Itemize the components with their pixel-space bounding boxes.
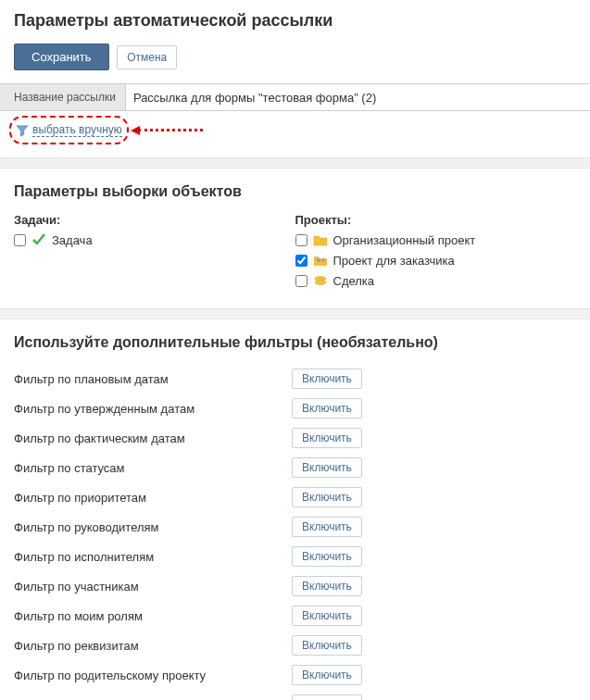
cancel-button[interactable]: Отмена (117, 45, 177, 69)
tasks-column: Задачи: Задача (14, 213, 295, 294)
save-button[interactable]: Сохранить (14, 44, 109, 70)
filter-row: Фильтр по приоритетамВключить (14, 482, 576, 512)
project-checkbox-deal[interactable] (295, 275, 308, 287)
filter-row: Фильтр по руководителямВключить (14, 512, 576, 542)
filters-title: Используйте дополнительные фильтры (необ… (14, 334, 576, 351)
enable-filter-button[interactable]: Включить (292, 369, 362, 389)
filter-row: Фильтр по плановым датамВключить (14, 364, 576, 394)
enable-filter-button[interactable]: Включить (292, 546, 362, 567)
filter-row: Фильтр по моим ролямВключить (14, 601, 576, 631)
project-type-label: Проект для заказчика (333, 254, 455, 268)
svg-point-3 (315, 281, 326, 285)
highlight-arrow (131, 126, 203, 135)
section-divider (0, 308, 590, 319)
filter-row: Фильтр по реквизитамВключить (14, 631, 576, 660)
manual-select-highlight: выбрать вручную (9, 116, 129, 144)
filters-list: Фильтр по плановым датамВключитьФильтр п… (0, 364, 590, 700)
filter-label: Фильтр по руководителям (14, 520, 292, 534)
filter-label: Фильтр по участникам (14, 580, 292, 594)
filter-row: Фильтр по исполнителямВключить (14, 542, 576, 571)
folder-people-icon (313, 253, 328, 268)
coins-icon (313, 273, 328, 288)
enable-filter-button[interactable]: Включить (292, 606, 362, 626)
svg-point-0 (317, 258, 320, 262)
project-checkbox-org[interactable] (295, 234, 308, 246)
funnel-icon (16, 124, 29, 137)
filter-row: Фильтр по фактическим датамВключить (14, 423, 576, 453)
project-type-label: Сделка (333, 274, 375, 288)
action-bar: Сохранить Отмена (14, 44, 576, 70)
filter-label: Фильтр по исполнителям (14, 550, 292, 564)
projects-column-title: Проекты: (295, 213, 577, 227)
enable-filter-button[interactable]: Включить (292, 398, 362, 419)
manual-select-link[interactable]: выбрать вручную (32, 123, 122, 137)
enable-filter-button[interactable]: Включить (292, 694, 362, 700)
project-type-item: Организационный проект (295, 232, 577, 247)
filter-row: Исключить проекты, законченные ранее чем… (14, 690, 576, 700)
filter-row: Фильтр по статусамВключить (14, 453, 576, 482)
task-type-item: Задача (14, 232, 295, 247)
filter-label: Фильтр по статусам (14, 461, 292, 475)
filters-section: Используйте дополнительные фильтры (необ… (0, 334, 590, 351)
task-type-label: Задача (52, 233, 93, 247)
selection-title: Параметры выборки объектов (14, 183, 576, 200)
enable-filter-button[interactable]: Включить (292, 635, 362, 656)
folder-yellow-icon (313, 232, 328, 247)
filter-row: Фильтр по участникамВключить (14, 571, 576, 601)
project-type-label: Организационный проект (333, 233, 476, 247)
project-checkbox-customer[interactable] (295, 255, 308, 267)
enable-filter-button[interactable]: Включить (292, 428, 362, 448)
task-checkbox[interactable] (14, 234, 26, 246)
projects-column: Проекты: Организационный проект Проект д… (295, 213, 577, 294)
enable-filter-button[interactable]: Включить (292, 457, 362, 478)
selection-section: Параметры выборки объектов Задачи: Задач… (0, 183, 590, 294)
project-type-item: Сделка (295, 273, 577, 288)
filter-label: Фильтр по приоритетам (14, 491, 292, 505)
tasks-column-title: Задачи: (14, 213, 295, 227)
filter-label: Фильтр по фактическим датам (14, 431, 292, 445)
section-divider (0, 157, 590, 169)
filter-label: Фильтр по родительскому проекту (14, 669, 292, 682)
filter-row: Фильтр по родительскому проектуВключить (14, 660, 576, 690)
filter-label: Фильтр по реквизитам (14, 639, 292, 653)
filter-label: Фильтр по утвержденным датам (14, 402, 292, 416)
enable-filter-button[interactable]: Включить (292, 665, 362, 685)
filter-row: Фильтр по утвержденным датамВключить (14, 394, 576, 423)
project-type-item: Проект для заказчика (295, 253, 577, 268)
svg-point-1 (321, 258, 325, 262)
checkmark-green-icon (31, 232, 46, 247)
name-label: Название рассылки (0, 83, 125, 111)
filter-label: Фильтр по моим ролям (14, 609, 292, 623)
page-title: Параметры автоматической рассылки (14, 11, 576, 31)
name-input[interactable] (125, 83, 590, 111)
filter-label: Фильтр по плановым датам (14, 372, 292, 386)
enable-filter-button[interactable]: Включить (292, 487, 362, 507)
enable-filter-button[interactable]: Включить (292, 517, 362, 537)
name-row: Название рассылки (0, 83, 590, 111)
enable-filter-button[interactable]: Включить (292, 576, 362, 596)
